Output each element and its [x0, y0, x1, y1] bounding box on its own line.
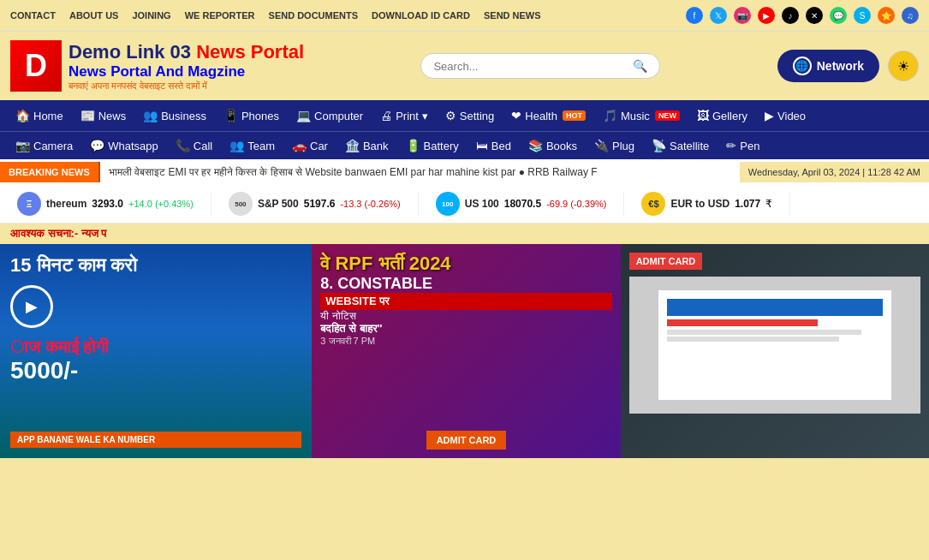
joining-link[interactable]: JOINING: [132, 10, 170, 21]
nav-call[interactable]: 📞Call: [167, 132, 221, 159]
nav-team[interactable]: 👥Team: [221, 132, 283, 159]
breaking-news-bar: BREAKING NEWS भामली वेबसाइट EMI पर हर मह…: [0, 159, 929, 185]
social-icons-row: f 𝕏 📷 ▶ ♪ ✕ 💬 S ⭐ ♫: [686, 7, 919, 24]
card1-title1: 15 मिनट काम करो: [10, 254, 301, 277]
site-subtitle: News Portal And Magzine: [68, 63, 304, 80]
nav-health[interactable]: ❤HealthHOT: [503, 100, 594, 131]
title-demo: Demo Link 03: [68, 41, 191, 63]
x-icon[interactable]: ✕: [806, 7, 823, 24]
search-input[interactable]: [433, 60, 633, 73]
nav-bed[interactable]: 🛏Bed: [467, 132, 520, 159]
new-badge: NEW: [655, 110, 680, 121]
send-documents-link[interactable]: SEND DOCUMENTS: [269, 10, 359, 21]
nav-plug[interactable]: 🔌Plug: [586, 132, 643, 159]
bank-icon: 🏦: [345, 139, 360, 152]
car-icon: 🚗: [292, 139, 307, 152]
breaking-label: BREAKING NEWS: [0, 162, 100, 182]
admit-card-button[interactable]: ADMIT CARD: [426, 431, 507, 450]
camera-icon: 📷: [15, 139, 30, 152]
theme-toggle[interactable]: ☀: [888, 51, 919, 81]
phones-icon: 📱: [223, 109, 238, 122]
card2-note: यी नोटिस: [320, 310, 611, 322]
card1-label: APP BANANE WALE KA NUMBER: [10, 432, 301, 448]
card2-content: वे RPF भर्ती 2024 8. CONSTABLE WEBSITE प…: [320, 253, 611, 347]
card1-play-icon[interactable]: ▶: [10, 285, 53, 328]
eth-change: +14.0 (+0.43%): [128, 199, 194, 209]
we-reporter-link[interactable]: WE REPORTER: [185, 10, 255, 21]
eur-symbol: ₹: [765, 198, 772, 210]
soundcloud-icon[interactable]: ♫: [902, 7, 919, 24]
card3-bar4: [667, 337, 840, 342]
skype-icon[interactable]: S: [854, 7, 871, 24]
nav-pen[interactable]: ✏Pen: [718, 132, 768, 159]
top-nav-links: CONTACT ABOUT US JOINING WE REPORTER SEN…: [10, 10, 541, 21]
card1-top: 15 मिनट काम करो ▶ ाज कमाई होगी 5000/-: [10, 254, 301, 384]
search-bar: 🔍: [420, 53, 660, 79]
nav-business[interactable]: 👥Business: [134, 100, 215, 131]
nav-satellite[interactable]: 📡Satellite: [643, 132, 718, 159]
card3-bar1: [667, 299, 883, 316]
instagram-icon[interactable]: 📷: [734, 7, 751, 24]
nav-print[interactable]: 🖨Print ▾: [372, 100, 437, 131]
nav-setting[interactable]: ⚙Setting: [437, 100, 503, 131]
bed-icon: 🛏: [476, 139, 488, 152]
nav-phones[interactable]: 📱Phones: [215, 100, 288, 131]
youtube-icon[interactable]: ▶: [758, 7, 775, 24]
eth-price: 3293.0: [92, 198, 123, 210]
nav-computer[interactable]: 💻Computer: [288, 100, 372, 131]
us-name: US 100: [465, 198, 499, 210]
plug-icon: 🔌: [594, 139, 609, 152]
main-content: 15 मिनट काम करो ▶ ाज कमाई होगी 5000/- AP…: [0, 244, 929, 458]
contact-link[interactable]: CONTACT: [10, 10, 56, 21]
search-button[interactable]: 🔍: [633, 59, 647, 73]
facebook-icon[interactable]: f: [686, 7, 703, 24]
network-button[interactable]: 🌐 Network: [777, 50, 879, 82]
logo-area: D Demo Link 03 News Portal News Portal A…: [10, 40, 304, 92]
image-card-1: 15 मिनट काम करो ▶ ाज कमाई होगी 5000/- AP…: [0, 244, 312, 458]
store-icon[interactable]: ⭐: [878, 7, 895, 24]
card2-date: 3 जनवरी 7 PM: [320, 336, 611, 347]
send-news-link[interactable]: SEND NEWS: [484, 10, 541, 21]
card2-quote: बदहित से बाहर": [320, 322, 611, 336]
eur-badge: €$: [641, 192, 665, 216]
nav-battery[interactable]: 🔋Battery: [397, 132, 467, 159]
nav-camera[interactable]: 📷Camera: [7, 132, 81, 159]
eth-name: thereum: [46, 198, 86, 210]
card1-amount: 5000/-: [10, 357, 301, 384]
hot-badge: HOT: [563, 110, 586, 121]
news-icon: 📰: [80, 109, 95, 122]
nav-music[interactable]: 🎵MusicNEW: [594, 100, 688, 131]
header-right: 🌐 Network ☀: [777, 50, 919, 82]
sp-change: -13.3 (-0.26%): [340, 199, 400, 209]
nav-gallery[interactable]: 🖼Gellery: [688, 100, 756, 131]
about-link[interactable]: ABOUT US: [69, 10, 118, 21]
card2-bottom: ADMIT CARD: [320, 431, 611, 450]
card2-detail: WEBSITE पर: [320, 293, 611, 310]
home-icon: 🏠: [15, 109, 30, 122]
content-area: 15 मिनट काम करो ▶ ाज कमाई होगी 5000/- AP…: [0, 244, 929, 458]
nav-video[interactable]: ▶Video: [756, 100, 814, 131]
us-badge: 100: [436, 192, 460, 216]
nav-whatsapp[interactable]: 💬Whatsapp: [81, 132, 167, 159]
nav-home[interactable]: 🏠Home: [7, 100, 72, 131]
whatsapp-nav-icon: 💬: [90, 139, 104, 152]
nav-bank[interactable]: 🏦Bank: [336, 132, 397, 159]
books-icon: 📚: [528, 139, 543, 152]
card3-bar3: [667, 330, 861, 335]
ticker-ethereum: Ξ thereum 3293.0 +14.0 (+0.43%): [0, 192, 211, 216]
whatsapp-icon[interactable]: 💬: [830, 7, 847, 24]
breaking-scroll-text: भामली वेबसाइट EMI पर हर महीने किस्त के ह…: [109, 166, 598, 178]
nav-news[interactable]: 📰News: [72, 100, 135, 131]
sp-name: S&P 500: [258, 198, 299, 210]
twitter-icon[interactable]: 𝕏: [710, 7, 727, 24]
computer-icon: 💻: [296, 109, 311, 122]
card3-label: ADMIT CARD: [629, 253, 703, 270]
site-title: Demo Link 03 News Portal: [68, 41, 304, 63]
tiktok-icon[interactable]: ♪: [782, 7, 799, 24]
download-id-link[interactable]: DOWNLOAD ID CARD: [372, 10, 470, 21]
card2-subtext: 8. CONSTABLE: [320, 275, 611, 293]
video-icon: ▶: [765, 109, 774, 122]
business-icon: 👥: [143, 109, 158, 122]
nav-car[interactable]: 🚗Car: [283, 132, 336, 159]
nav-books[interactable]: 📚Books: [520, 132, 586, 159]
